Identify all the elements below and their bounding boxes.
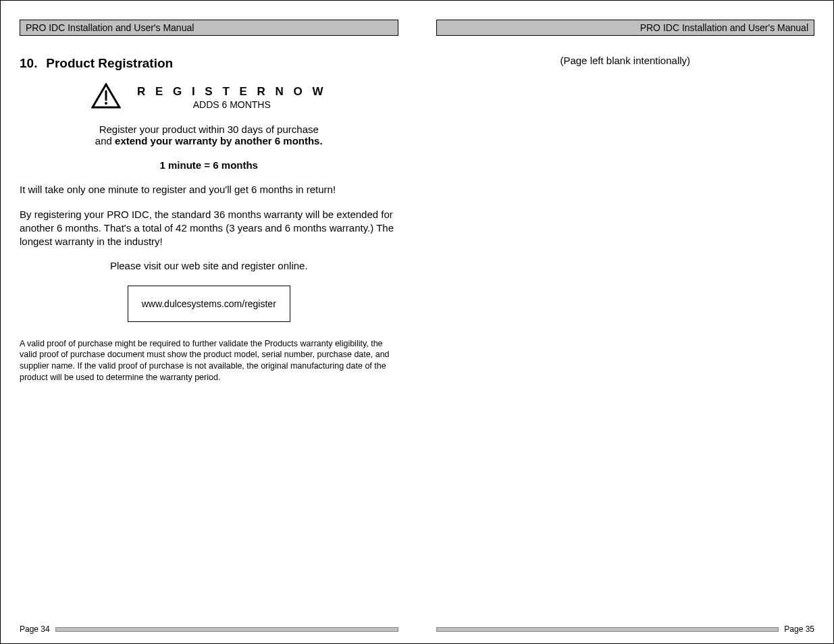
section-heading: 10. Product Registration: [20, 56, 398, 71]
footer: Page 34 Page 35: [20, 624, 814, 634]
page-spread: PRO IDC Installation and User's Manual 1…: [20, 20, 814, 633]
svg-point-2: [105, 102, 107, 105]
header-bar-right: PRO IDC Installation and User's Manual: [436, 20, 815, 36]
register-text-block: R E G I S T E R N O W ADDS 6 MONTHS: [137, 85, 327, 110]
section-number: 10.: [20, 56, 43, 71]
document-sheet: PRO IDC Installation and User's Manual 1…: [0, 0, 834, 644]
warning-icon: [91, 83, 121, 111]
visit-line: Please visit our web site and register o…: [20, 259, 398, 273]
register-url-box: www.dulcesystems.com/register: [128, 286, 290, 322]
paragraph-2: By registering your PRO IDC, the standar…: [20, 208, 398, 249]
footer-left: Page 34: [20, 624, 398, 634]
footer-rule-left: [55, 627, 398, 632]
blank-page-note: (Page left blank intentionally): [436, 55, 815, 66]
page-right: PRO IDC Installation and User's Manual (…: [436, 20, 815, 633]
paragraph-1: It will take only one minute to register…: [20, 183, 398, 196]
page-number-left: Page 34: [20, 624, 50, 634]
adds-months-label: ADDS 6 MONTHS: [137, 99, 327, 110]
intro-block: Register your product within 30 days of …: [20, 124, 398, 146]
page-number-right: Page 35: [784, 624, 814, 634]
intro-line-2-bold: extend your warranty by another 6 months…: [115, 135, 323, 146]
intro-line-2: and extend your warranty by another 6 mo…: [20, 135, 398, 146]
footer-right: Page 35: [436, 624, 815, 634]
intro-line-2-pre: and: [95, 135, 115, 146]
section-title-text: Product Registration: [46, 56, 173, 70]
equation-line: 1 minute = 6 months: [20, 159, 398, 172]
url-box-wrap: www.dulcesystems.com/register: [20, 279, 398, 334]
footer-rule-right: [436, 627, 779, 632]
fineprint: A valid proof of purchase might be requi…: [20, 338, 398, 384]
header-bar-left: PRO IDC Installation and User's Manual: [20, 20, 398, 36]
register-row: R E G I S T E R N O W ADDS 6 MONTHS: [20, 83, 398, 111]
intro-line-1: Register your product within 30 days of …: [20, 124, 398, 135]
page-left: PRO IDC Installation and User's Manual 1…: [20, 20, 398, 633]
register-now-heading: R E G I S T E R N O W: [137, 85, 327, 99]
